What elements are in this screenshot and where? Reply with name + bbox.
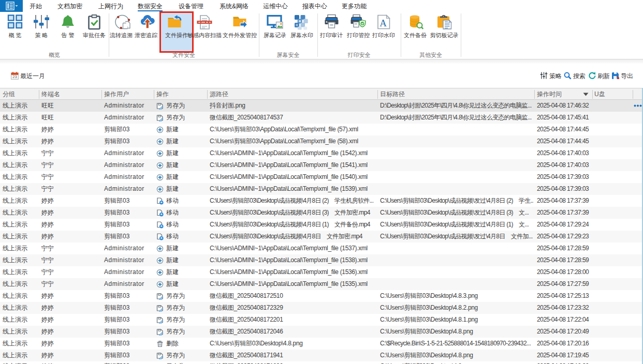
svg-text:A: A: [379, 18, 387, 28]
svg-text:23: 23: [12, 74, 17, 79]
